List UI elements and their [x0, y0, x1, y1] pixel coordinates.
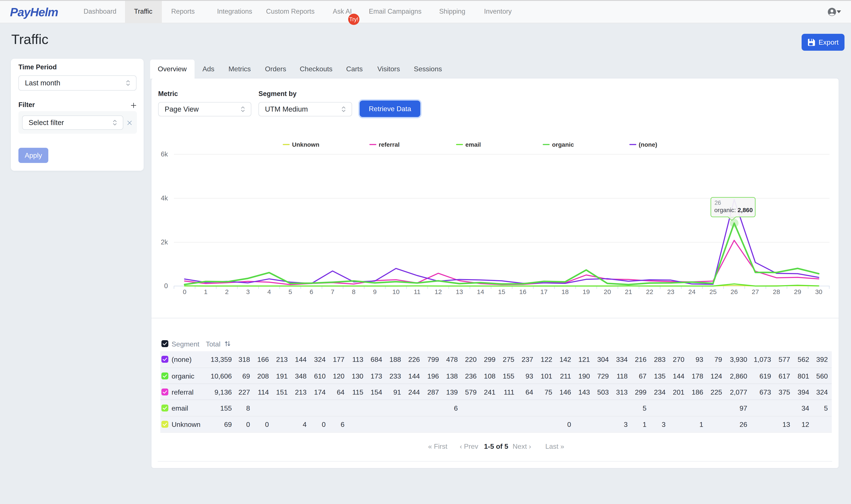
svg-text:22: 22: [646, 288, 653, 295]
svg-text:email: email: [465, 141, 481, 148]
svg-text:3: 3: [246, 288, 250, 295]
svg-text:2: 2: [225, 288, 229, 295]
svg-text:11: 11: [414, 288, 420, 295]
svg-text:25: 25: [709, 288, 717, 295]
svg-text:29: 29: [794, 288, 801, 295]
svg-text:0: 0: [164, 282, 168, 290]
svg-text:4k: 4k: [161, 194, 168, 202]
svg-text:Unknown: Unknown: [292, 141, 319, 148]
svg-text:30: 30: [815, 288, 822, 295]
svg-text:organic: organic: [552, 141, 574, 148]
svg-text:23: 23: [667, 288, 674, 295]
svg-text:7: 7: [331, 288, 334, 295]
svg-text:20: 20: [604, 288, 611, 295]
svg-text:5: 5: [288, 288, 292, 295]
svg-text:16: 16: [519, 288, 526, 295]
svg-text:26: 26: [730, 288, 738, 295]
svg-text:1: 1: [204, 288, 207, 295]
svg-text:10: 10: [392, 288, 399, 295]
svg-text:(none): (none): [639, 141, 657, 148]
svg-text:organic: 2,860: organic: 2,860: [714, 207, 753, 213]
svg-text:0: 0: [183, 288, 186, 295]
svg-text:21: 21: [625, 288, 632, 295]
svg-text:6k: 6k: [161, 150, 168, 158]
svg-text:6: 6: [310, 288, 313, 295]
svg-text:26: 26: [714, 200, 721, 206]
svg-text:4: 4: [267, 288, 271, 295]
svg-text:27: 27: [752, 288, 759, 295]
svg-text:12: 12: [435, 288, 442, 295]
svg-text:15: 15: [498, 288, 505, 295]
svg-text:9: 9: [373, 288, 377, 295]
svg-text:18: 18: [562, 288, 569, 295]
svg-text:8: 8: [352, 288, 356, 295]
svg-text:28: 28: [773, 288, 780, 295]
svg-text:2k: 2k: [161, 238, 168, 246]
svg-text:13: 13: [456, 288, 463, 295]
svg-text:24: 24: [688, 288, 695, 295]
svg-text:referral: referral: [379, 141, 400, 148]
svg-text:14: 14: [477, 288, 484, 295]
svg-text:17: 17: [540, 288, 547, 295]
svg-text:19: 19: [583, 288, 590, 295]
